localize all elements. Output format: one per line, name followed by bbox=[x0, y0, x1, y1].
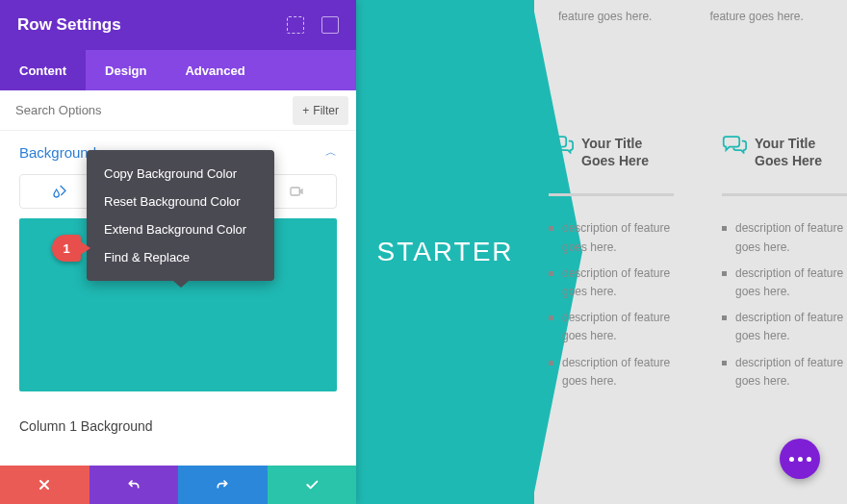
chat-bubbles-icon bbox=[549, 135, 572, 152]
list-item: description of feature goes here. bbox=[549, 261, 674, 305]
annotation-marker-1: 1 bbox=[52, 235, 81, 262]
chat-bubbles-icon bbox=[722, 135, 745, 152]
filter-label: Filter bbox=[313, 104, 339, 117]
plan-name: STARTER bbox=[376, 237, 513, 267]
search-input[interactable] bbox=[15, 103, 293, 117]
ctx-reset-bg-color[interactable]: Reset Background Color bbox=[87, 188, 274, 215]
card-title: Your Title Goes Here bbox=[581, 135, 674, 169]
expand-panel-icon[interactable] bbox=[321, 16, 339, 34]
chevron-up-icon: ︿ bbox=[325, 144, 337, 161]
tab-advanced[interactable]: Advanced bbox=[166, 50, 264, 90]
feature-card: Your Title Goes Here description of feat… bbox=[722, 135, 847, 394]
svg-rect-3 bbox=[291, 188, 299, 195]
builder-fab-button[interactable] bbox=[780, 439, 820, 479]
tab-content[interactable]: Content bbox=[0, 50, 86, 90]
list-item: description of feature goes here. bbox=[722, 305, 847, 349]
pricing-hero: STARTER bbox=[356, 0, 534, 504]
options-search-bar: + Filter bbox=[0, 90, 356, 131]
context-menu: Copy Background Color Reset Background C… bbox=[87, 150, 274, 281]
plus-icon: + bbox=[302, 104, 309, 117]
filter-button[interactable]: + Filter bbox=[293, 96, 348, 125]
ctx-find-replace[interactable]: Find & Replace bbox=[87, 243, 274, 271]
list-item: description of feature goes here. bbox=[722, 215, 847, 260]
column-bg-label: Column 1 Background bbox=[19, 418, 337, 434]
panel-titlebar: Row Settings bbox=[0, 0, 356, 50]
list-item: description of feature goes here. bbox=[722, 350, 847, 394]
feature-fragment: feature goes here. bbox=[558, 10, 652, 23]
list-item: description of feature goes here. bbox=[549, 350, 674, 394]
list-item: description of feature goes here. bbox=[549, 305, 674, 349]
undo-button[interactable] bbox=[90, 466, 179, 504]
tab-design[interactable]: Design bbox=[86, 50, 166, 90]
feature-fragment: feature goes here. bbox=[709, 10, 803, 23]
panel-title: Row Settings bbox=[17, 15, 121, 35]
list-item: description of feature goes here. bbox=[549, 215, 674, 260]
discard-button[interactable] bbox=[0, 466, 90, 504]
section-title: Background bbox=[19, 144, 96, 161]
redo-button[interactable] bbox=[178, 466, 268, 504]
save-button[interactable] bbox=[268, 466, 357, 504]
list-item: description of feature goes here. bbox=[722, 261, 847, 305]
feature-card: Your Title Goes Here description of feat… bbox=[549, 135, 674, 394]
page-preview: STARTER feature goes here. feature goes … bbox=[356, 0, 847, 504]
panel-action-bar bbox=[0, 466, 356, 504]
snap-guides-icon[interactable] bbox=[287, 16, 304, 34]
feature-list: description of feature goes here. descri… bbox=[722, 215, 847, 394]
ctx-copy-bg-color[interactable]: Copy Background Color bbox=[87, 160, 274, 188]
settings-panel: Row Settings Content Design Advanced + F… bbox=[0, 0, 356, 504]
panel-tabs: Content Design Advanced bbox=[0, 50, 356, 90]
ctx-extend-bg-color[interactable]: Extend Background Color bbox=[87, 215, 274, 243]
card-title: Your Title Goes Here bbox=[755, 135, 847, 169]
feature-list: description of feature goes here. descri… bbox=[549, 215, 674, 394]
